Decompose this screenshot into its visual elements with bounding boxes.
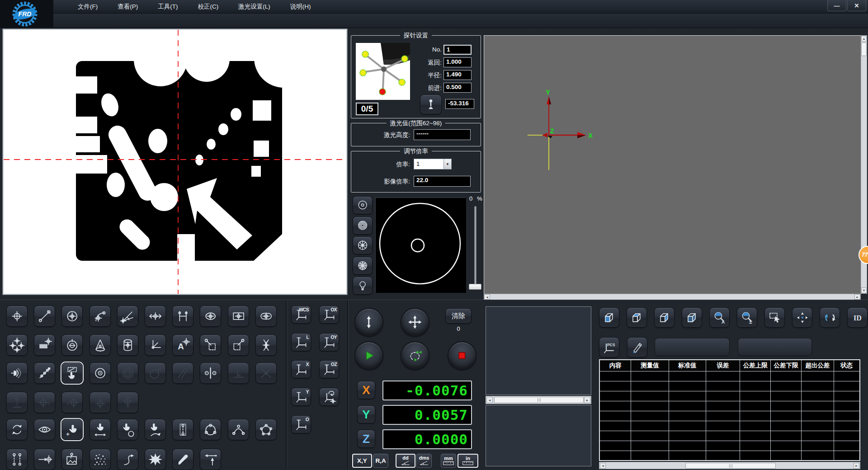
light-ring-segmented-button[interactable] xyxy=(353,257,373,275)
axis-x-button[interactable]: X xyxy=(357,381,375,399)
axis-y-button[interactable]: Y xyxy=(357,405,375,423)
wcs-rotate-button[interactable] xyxy=(319,388,339,406)
view3d-hscrollbar[interactable]: ◄ ► xyxy=(484,294,861,300)
tool-refresh[interactable] xyxy=(6,419,28,440)
table-row[interactable] xyxy=(599,371,860,381)
tool-burst[interactable] xyxy=(145,449,166,470)
tool-rectangle[interactable] xyxy=(228,306,249,327)
tool-arrow-point[interactable] xyxy=(34,449,55,470)
scroll-right-icon[interactable]: ► xyxy=(854,463,859,469)
scroll-right-icon[interactable]: ► xyxy=(584,397,590,403)
slider-handle[interactable] xyxy=(469,284,481,290)
tool-circle[interactable] xyxy=(61,306,83,327)
tool-circle-center[interactable] xyxy=(90,362,111,384)
pcs-button[interactable]: PCS xyxy=(599,337,619,357)
tool-copy-feature-out[interactable] xyxy=(200,334,221,356)
xy-move-button[interactable] xyxy=(401,308,429,337)
tool-sphere[interactable] xyxy=(61,334,83,356)
ring-light-display[interactable] xyxy=(375,197,466,292)
unit-in-button[interactable]: in xyxy=(458,454,478,468)
z-move-button[interactable] xyxy=(354,308,383,337)
tool-hand-arc[interactable] xyxy=(145,419,166,440)
light-bulb-button[interactable] xyxy=(353,277,373,295)
scroll-down-icon[interactable]: ▼ xyxy=(861,287,867,293)
table-hscroll-thumb[interactable] xyxy=(685,463,776,469)
table-row[interactable] xyxy=(599,401,860,411)
magnification-select[interactable]: 1 ▼ xyxy=(414,159,452,169)
tool-arc[interactable] xyxy=(90,306,111,327)
unit-XY-button[interactable]: X,Y xyxy=(352,454,372,468)
light-ring-concentric-button[interactable] xyxy=(353,216,373,235)
tool-distance[interactable] xyxy=(145,306,166,327)
tool-hand-circle[interactable] xyxy=(117,419,138,440)
tool-arc-points[interactable] xyxy=(228,419,249,440)
tool-parallel-points[interactable] xyxy=(6,449,28,470)
tool-angle[interactable] xyxy=(117,306,138,327)
cube-view-3-button[interactable] xyxy=(654,307,675,328)
loop-run-button[interactable] xyxy=(401,341,429,370)
stop-button[interactable] xyxy=(448,341,476,370)
table-row[interactable] xyxy=(599,421,860,431)
probe-field-3[interactable]: 0.500 xyxy=(443,83,472,93)
scroll-left-icon[interactable]: ◄ xyxy=(484,294,490,300)
menu-item-4[interactable]: 激光设置(L) xyxy=(228,0,280,14)
wcs-oy-button[interactable]: OY xyxy=(319,333,339,351)
scroll-right-icon[interactable]: ► xyxy=(854,294,860,300)
cube-view-1-button[interactable] xyxy=(599,307,619,328)
tool-point-symmetry[interactable] xyxy=(200,362,221,384)
pan-view-button[interactable] xyxy=(792,307,812,328)
light-ring-single-button[interactable] xyxy=(353,196,373,214)
tool-trace-arrow[interactable] xyxy=(200,449,221,470)
unit-mm-button[interactable]: mm xyxy=(441,454,456,468)
rotate-view-button[interactable] xyxy=(820,307,840,328)
tool-point[interactable] xyxy=(6,306,28,327)
axis-z-button[interactable]: Z xyxy=(357,430,375,448)
unit-RA-button[interactable]: R,A xyxy=(373,454,388,468)
tool-probe-pin[interactable] xyxy=(6,362,28,384)
view-3d[interactable]: Y X Z xyxy=(484,35,861,294)
table-row[interactable] xyxy=(599,411,860,421)
table-hscrollbar[interactable]: ◄ ► xyxy=(599,462,860,469)
cube-view-4-button[interactable] xyxy=(682,307,702,328)
tool-circle-points[interactable] xyxy=(200,419,221,440)
scroll-left-icon[interactable]: ◄ xyxy=(486,397,493,403)
play-button[interactable] xyxy=(354,341,383,370)
close-button[interactable]: ✕ xyxy=(847,0,866,11)
tool-line-points[interactable] xyxy=(172,419,193,440)
slider-track[interactable] xyxy=(474,206,476,287)
unit-dd-button[interactable]: dd xyxy=(396,454,415,468)
result-field-2[interactable] xyxy=(738,338,812,356)
select-rect-button[interactable] xyxy=(764,307,785,328)
tool-multipoint-line[interactable] xyxy=(34,362,55,384)
list-hscrollbar[interactable]: ◄ ► xyxy=(486,396,591,404)
table-row[interactable] xyxy=(599,441,860,451)
tool-image-point[interactable] xyxy=(61,449,83,470)
menu-item-2[interactable]: 工具(T) xyxy=(148,0,188,14)
menu-item-3[interactable]: 校正(C) xyxy=(188,0,229,14)
menu-item-5[interactable]: 说明(H) xyxy=(280,0,321,14)
wcs-ox-button[interactable]: OX xyxy=(319,306,339,324)
probe-field-2[interactable]: 1.490 xyxy=(443,70,472,80)
tool-line[interactable] xyxy=(34,306,55,327)
light-intensity-slider[interactable]: 0% xyxy=(467,195,483,296)
table-row[interactable] xyxy=(599,391,860,401)
tool-point-array[interactable] xyxy=(6,334,28,356)
tool-curve-arrow[interactable] xyxy=(117,449,138,470)
tool-plane[interactable] xyxy=(34,334,55,356)
unit-dms-button[interactable]: dms xyxy=(416,454,432,468)
table-header-6[interactable]: 超出公差 xyxy=(801,360,834,371)
table-header-1[interactable]: 测量值 xyxy=(631,360,669,371)
results-table[interactable]: 内容测量值标准值误差公差上限公差下限超出公差状态 xyxy=(599,359,860,461)
tool-slot[interactable] xyxy=(255,306,277,327)
probe-field-1[interactable]: 1.000 xyxy=(443,57,472,67)
scroll-left-icon[interactable]: ◄ xyxy=(600,463,606,469)
table-row[interactable] xyxy=(599,451,860,461)
tool-eye[interactable] xyxy=(34,419,55,440)
vscroll-thumb[interactable] xyxy=(861,42,867,56)
table-header-2[interactable]: 标准值 xyxy=(669,360,706,371)
tool-ellipse[interactable] xyxy=(200,306,221,327)
zoom-scale-button[interactable]: ± xyxy=(737,307,757,328)
zoom-fit-button[interactable]: A xyxy=(709,307,730,328)
probe-field-0[interactable]: 1 xyxy=(443,45,472,55)
edit-pencil-button[interactable] xyxy=(627,337,647,357)
